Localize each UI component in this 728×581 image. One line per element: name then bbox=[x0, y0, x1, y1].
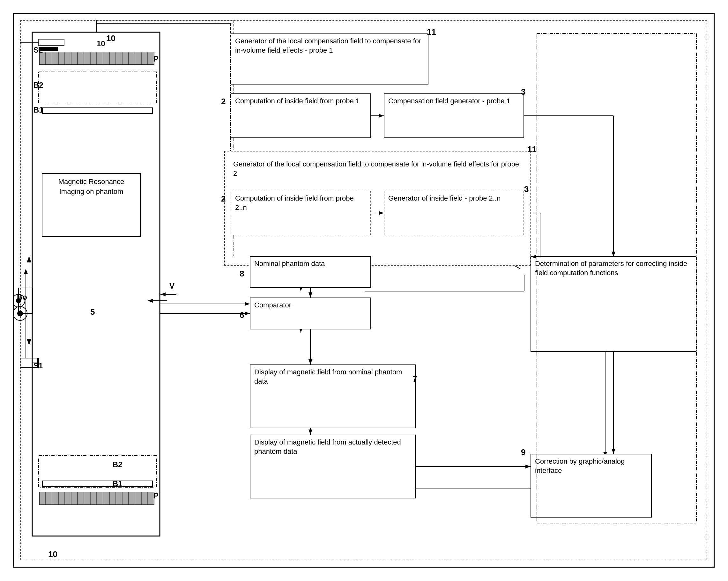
label-11-mid: 11 bbox=[527, 144, 537, 154]
label-10-a: 10 bbox=[97, 39, 105, 48]
box-computation-probe1: Computation of inside field from probe 1 bbox=[231, 94, 371, 138]
label-3-top: 3 bbox=[521, 87, 525, 97]
label-8: 8 bbox=[240, 269, 244, 279]
compensation-probe1-text: Compensation field generator - probe 1 bbox=[388, 97, 511, 105]
mri-imaging-box: Magnetic Resonance Imaging on phantom bbox=[42, 173, 141, 237]
computation-probe1-text: Computation of inside field from probe 1 bbox=[235, 97, 360, 105]
label-s2: S2 bbox=[33, 46, 43, 55]
box-display-detected: Display of magnetic field from actually … bbox=[250, 434, 416, 498]
box-generator-probe1: Generator of the local compensation fiel… bbox=[231, 33, 428, 84]
box-generator-inside-probe2: Generator of inside field - probe 2..n bbox=[384, 191, 524, 235]
label-b2-bottom: B2 bbox=[113, 460, 123, 469]
label-7: 7 bbox=[413, 374, 417, 384]
display-detected-text: Display of magnetic field from actually … bbox=[254, 438, 401, 455]
box-nominal-phantom: Nominal phantom data bbox=[250, 256, 371, 288]
label-3-mid: 3 bbox=[524, 184, 529, 194]
label-p-top: P bbox=[153, 55, 159, 63]
box-correction: Correction by graphic/analog interface bbox=[530, 454, 652, 518]
label-b1-bottom: B1 bbox=[113, 479, 123, 488]
label-10-top: 10 bbox=[106, 33, 115, 43]
label-p-bottom: P bbox=[153, 492, 159, 500]
label-10-bottom: 10 bbox=[48, 549, 57, 559]
label-b1-top: B1 bbox=[33, 106, 43, 114]
determination-text: Determination of parameters for correcti… bbox=[535, 260, 687, 277]
label-11-top: 11 bbox=[427, 27, 436, 37]
box-comparator: Comparator bbox=[250, 297, 371, 329]
mri-imaging-label: Magnetic Resonance Imaging on phantom bbox=[58, 178, 124, 195]
generator-inside-probe2-text: Generator of inside field - probe 2..n bbox=[388, 194, 500, 202]
box-computation-probe2: Computation of inside field from probe 2… bbox=[231, 191, 371, 235]
generator-probe2-title: Generator of the local compensation fiel… bbox=[231, 157, 524, 181]
box-display-nominal: Display of magnetic field from nominal p… bbox=[250, 365, 416, 428]
box-compensation-probe1: Compensation field generator - probe 1 bbox=[384, 94, 524, 138]
display-nominal-text: Display of magnetic field from nominal p… bbox=[254, 368, 402, 385]
computation-probe2-text: Computation of inside field from probe 2… bbox=[235, 194, 354, 211]
label-6: 6 bbox=[240, 310, 244, 320]
label-v: V bbox=[170, 282, 175, 290]
nominal-phantom-text: Nominal phantom data bbox=[254, 260, 325, 267]
label-2-mid: 2 bbox=[221, 194, 226, 204]
box-determination: Determination of parameters for correcti… bbox=[530, 256, 696, 352]
label-b2-top: B2 bbox=[33, 81, 43, 89]
comparator-text: Comparator bbox=[254, 301, 291, 309]
label-5: 5 bbox=[90, 307, 95, 317]
label-bo: Bo bbox=[17, 293, 27, 302]
generator-probe2-title-text: Generator of the local compensation fiel… bbox=[233, 160, 519, 177]
label-9: 9 bbox=[521, 447, 525, 457]
diagram-container: 10 10 S2 S1 Bo B2 B1 B1 B2 P P V 5 Magne… bbox=[13, 13, 714, 567]
label-s1: S1 bbox=[33, 361, 43, 370]
generator-probe1-text: Generator of the local compensation fiel… bbox=[235, 37, 421, 54]
correction-text: Correction by graphic/analog interface bbox=[535, 457, 625, 475]
label-2-top: 2 bbox=[221, 97, 226, 106]
